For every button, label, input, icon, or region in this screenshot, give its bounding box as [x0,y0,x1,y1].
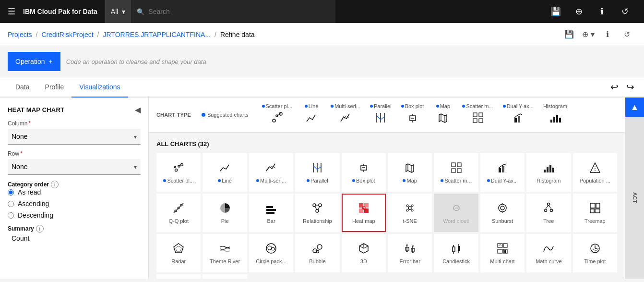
svg-point-92 [317,245,322,249]
chart-map[interactable]: Map [388,153,432,192]
scroll-up-button[interactable]: ▲ [625,98,644,117]
svg-rect-43 [549,165,551,172]
chart-type-scatter-matrix[interactable]: Scatter m... [457,101,498,128]
population-chart-label: Population ... [580,178,610,184]
breadcrumb-saveas-icon-btn[interactable]: ⊕ ▾ [579,25,598,44]
chart-customized[interactable]: Customized [203,274,247,279]
panel-collapse-button[interactable]: ◀ [135,105,141,114]
chart-candlestick[interactable]: Candlestick [434,234,478,272]
treemap-chart-icon [589,202,601,216]
chart-sunburst[interactable]: Sunburst [480,194,525,232]
svg-marker-87 [176,246,181,251]
breadcrumb-projects[interactable]: Projects [8,31,32,38]
save-as-icon-btn[interactable]: ⊕ [567,0,590,23]
operation-button[interactable]: Operation + [8,52,60,71]
category-order-label: Category order i [8,181,141,188]
chart-bubble[interactable]: Bubble [295,234,339,272]
dual-yaxis-dot [503,105,506,108]
chart-multichart[interactable]: Multi-chart [480,234,525,272]
chart-multiseries[interactable]: Multi-seri... [249,153,293,192]
breadcrumb-sep-1: / [36,31,38,38]
chart-type-histogram[interactable]: Histogram [538,101,572,128]
breadcrumb-save-icon-btn[interactable]: 💾 [560,25,579,44]
tab-data[interactable]: Data [8,77,37,98]
save-icon-btn[interactable]: 💾 [544,0,567,23]
chart-type-parallel[interactable]: Parallel [365,101,396,128]
chart-type-multiseries[interactable]: Multi-seri... [326,101,365,128]
svg-line-80 [546,205,549,209]
chart-treemap[interactable]: Treemap [573,194,617,232]
redo-button[interactable]: ↪ [624,79,636,95]
radio-ascending[interactable]: Ascending [8,200,141,208]
radio-as-read[interactable]: As read [8,188,141,196]
chart-theme-river[interactable]: Theme River [203,234,247,272]
chart-3d[interactable]: 3D [342,234,386,272]
map-chart-label: Map [403,178,417,184]
breadcrumb-creditrisk[interactable]: CreditRiskProject [41,31,93,38]
summary-info-icon[interactable]: i [36,225,44,233]
scatter-matrix-chart-label: Scatter m... [441,178,471,184]
svg-point-91 [313,249,317,253]
chart-population[interactable]: Population ... [573,153,617,192]
search-bar[interactable]: 🔍 [131,0,335,23]
chart-pie[interactable]: Pie [203,194,247,232]
chart-evaluation[interactable]: Evaluation [156,274,201,279]
chart-line[interactable]: Line [203,153,247,192]
chart-radar[interactable]: Radar [156,234,201,272]
radio-descending-label: Descending [18,211,53,219]
chart-parallel[interactable]: Parallel [295,153,339,192]
chart-bar[interactable]: Bar [249,194,293,232]
relationship-chart-label: Relationship [303,218,332,224]
tab-profile[interactable]: Profile [37,77,72,98]
chart-qqplot[interactable]: Q-Q plot [156,194,201,232]
breadcrumb-history-icon-btn[interactable]: ↺ [617,25,636,44]
history-icon-btn[interactable]: ↺ [613,0,636,23]
tab-visualizations[interactable]: Visualizations [72,77,128,98]
chart-scatter-matrix[interactable]: Scatter m... [434,153,478,192]
category-select[interactable]: All ▾ [105,0,131,23]
chart-type-map[interactable]: Map [429,101,457,128]
chart-type-bar: CHART TYPE Suggested charts Scatter pl..… [149,98,625,133]
chart-wordcloud[interactable]: abc Word cloud [434,194,478,232]
chart-tsne[interactable]: t-SNE [388,194,432,232]
chart-relationship[interactable]: Relationship [295,194,339,232]
tree-chart-icon [542,202,555,216]
search-input[interactable] [148,8,329,15]
chart-error-bar[interactable]: Error bar [388,234,432,272]
info-nav-icon-btn[interactable]: ℹ [590,0,613,23]
chart-tree[interactable]: Tree [526,194,571,232]
chart-type-line[interactable]: Line [297,101,326,128]
radio-ascending-input[interactable] [8,201,14,207]
chart-type-boxplot[interactable]: Box plot [396,101,429,128]
breadcrumb-jrtorres[interactable]: JRTORRES.JRTAPPLICANTFINA... [103,31,211,38]
svg-point-69 [411,209,413,211]
hamburger-icon[interactable]: ☰ [8,6,15,17]
bar-chart-icon [265,202,277,216]
chart-math-curve[interactable]: Math curve [526,234,571,272]
chart-time-plot[interactable]: Time plot [573,234,617,272]
svg-rect-13 [479,113,483,117]
qqplot-chart-icon [172,202,185,216]
scatter-chart-label: Scatter pl... [163,178,194,184]
chart-type-dual-yaxis[interactable]: Dual Y-ax... [498,101,538,128]
count-label: Count [8,234,141,242]
breadcrumb-info-icon-btn[interactable]: ℹ [598,25,617,44]
chart-histogram[interactable]: Histogram [526,153,571,192]
row-select[interactable]: None [8,159,141,175]
chart-type-scatter[interactable]: Scatter pl... [257,101,298,128]
category-order-info-icon[interactable]: i [51,181,59,188]
column-select[interactable]: None [8,129,141,145]
chart-heatmap[interactable]: Heat map [342,194,386,232]
radio-descending-input[interactable] [8,212,14,219]
radio-as-read-input[interactable] [8,189,14,196]
chart-scatter[interactable]: Scatter pl... [156,153,201,192]
chart-dual-yaxis[interactable]: Dual Y-ax... [480,153,525,192]
radio-descending[interactable]: Descending [8,211,141,219]
multichart-chart-label: Multi-chart [490,258,514,264]
map-chart-icon [404,161,416,176]
chart-circle-pack[interactable]: Circle pack... [249,234,293,272]
candlestick-chart-icon [450,242,463,257]
svg-line-81 [549,205,551,209]
chart-boxplot[interactable]: Box plot [342,153,386,192]
undo-button[interactable]: ↩ [608,79,620,95]
